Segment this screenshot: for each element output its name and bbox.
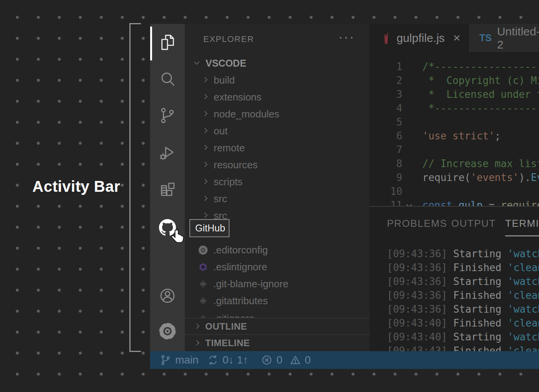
activity-item-explorer[interactable] [150, 25, 185, 60]
typescript-badge-icon: TS [479, 32, 492, 44]
activity-item-source-control[interactable] [150, 98, 185, 133]
tree-item-file[interactable]: .git-blame-ignore [185, 275, 370, 292]
activity-item-search[interactable] [150, 62, 185, 96]
code-line: 9require('events').Eve [370, 171, 539, 184]
sync-icon [207, 354, 219, 366]
tree-item-folder[interactable]: node_modules [185, 106, 370, 122]
fold-chevron-icon[interactable] [407, 202, 412, 206]
warning-count: 0 [305, 354, 311, 366]
chevron-right-icon [194, 323, 199, 329]
active-item-indicator [150, 27, 152, 60]
account-icon [159, 287, 176, 305]
tab-untitled-2[interactable]: TS Untitled-2 [468, 24, 539, 52]
editorconfig-file-icon [198, 245, 208, 255]
code-line: 5 [370, 115, 539, 129]
activity-item-run-debug[interactable] [150, 136, 185, 170]
tree-item-label: build [214, 74, 235, 86]
tree-item-folder[interactable]: resources [185, 156, 370, 173]
code-line: 10 [370, 184, 539, 198]
chevron-right-icon [202, 213, 208, 218]
tree-item-label: node_modules [214, 108, 280, 120]
chevron-right-icon [202, 77, 208, 82]
terminal-line: [09:43:36] Starting 'watch-ext [387, 247, 539, 261]
panel-tab-output[interactable]: OUTPUT [451, 218, 496, 230]
explorer-more-actions[interactable]: ··· [338, 29, 355, 44]
tree-item-label: remote [214, 142, 245, 154]
tree-item-label: .git-blame-ignore [213, 278, 288, 290]
explorer-sidebar: EXPLORER ··· VSCODE build extensions nod… [185, 24, 370, 351]
window-body: EXPLORER ··· VSCODE build extensions nod… [150, 24, 539, 351]
tree-root-label: VSCODE [206, 58, 246, 69]
panel-tab-problems[interactable]: PROBLEMS [387, 218, 447, 230]
pointer-cursor-icon [170, 229, 184, 245]
timeline-section-header[interactable]: TIMELINE [185, 334, 370, 351]
source-control-icon [159, 107, 176, 124]
code-line: 3 * Licensed under th [370, 87, 539, 101]
timeline-label: TIMELINE [205, 338, 250, 348]
tree-item-folder[interactable]: remote [185, 139, 370, 156]
tree-item-file-clipped[interactable]: .gitignore [185, 309, 370, 318]
tab-gulpfile[interactable]: gulpfile.js × [370, 24, 468, 52]
tab-label: gulpfile.js [397, 32, 445, 45]
terminal-line: [09:43:43] Finished 'clean-ext [387, 344, 539, 351]
code-line: 4 *-------------------------------------… [370, 101, 539, 115]
chevron-right-icon [202, 145, 208, 150]
tree-item-label: .gitattributes [213, 295, 268, 307]
terminal-line: [09:43:36] Finished 'clean-ext [387, 261, 539, 275]
tab-close-icon[interactable]: × [453, 31, 460, 45]
tree-item-label: out [214, 125, 228, 137]
outline-section-header[interactable]: OUTLINE [185, 318, 370, 335]
code-line: 7 [370, 143, 539, 157]
status-problems[interactable]: 0 0 [261, 351, 311, 369]
tab-label: Untitled-2 [497, 25, 539, 51]
activity-item-accounts[interactable] [150, 278, 185, 313]
tree-item-file[interactable]: .eslintignore [185, 258, 370, 275]
chevron-right-icon [202, 179, 208, 184]
error-count: 0 [276, 354, 283, 366]
tree-item-label: src [214, 193, 227, 205]
warnings-icon [290, 354, 301, 366]
tree-item-label: resources [214, 159, 258, 171]
errors-icon [261, 354, 273, 366]
editor-tab-bar: gulpfile.js × TS Untitled-2 [370, 24, 539, 52]
canvas: { "annotation": { "label": "Activity Bar… [0, 0, 539, 392]
tree-item-file[interactable]: .gitattributes [185, 292, 370, 309]
chevron-right-icon [194, 340, 199, 345]
git-file-icon [198, 313, 208, 318]
outline-label: OUTLINE [205, 321, 247, 332]
panel-tab-terminal[interactable]: TERMINAL [505, 218, 539, 230]
tree-item-folder[interactable]: scripts [185, 173, 370, 190]
activity-item-manage[interactable] [150, 314, 185, 348]
vscode-window: EXPLORER ··· VSCODE build extensions nod… [150, 24, 539, 369]
chevron-right-icon [202, 111, 208, 116]
editor-group: gulpfile.js × TS Untitled-2 1/*---------… [370, 24, 539, 351]
tree-item-folder[interactable]: out [185, 122, 370, 139]
tree-root-vscode[interactable]: VSCODE [185, 55, 370, 72]
chevron-right-icon [202, 94, 208, 99]
github-tooltip: GitHub [189, 219, 229, 237]
gulp-file-icon [382, 32, 390, 45]
terminal-line: [09:43:36] Finished 'clean-ext [387, 288, 539, 302]
tree-item-folder[interactable]: build [185, 72, 370, 89]
status-sync[interactable]: 0↓ 1↑ [207, 351, 248, 369]
files-icon [159, 34, 176, 51]
code-line: 11const gulp = require( [370, 198, 539, 206]
chevron-right-icon [202, 196, 208, 201]
chevron-right-icon [202, 162, 208, 167]
tree-item-file[interactable]: .editorconfig [185, 241, 370, 258]
code-editor[interactable]: 1/*-------------------------------------… [370, 52, 539, 206]
code-line: 1/*-------------------------------------… [370, 60, 539, 74]
tree-item-folder[interactable]: extensions [185, 89, 370, 106]
code-line: 8// Increase max liste [370, 157, 539, 171]
code-line: 2 * Copyright (c) Mic [370, 74, 539, 87]
tree-item-label: .gitignore [213, 313, 254, 318]
git-file-icon [198, 279, 208, 289]
git-branch-icon [160, 354, 171, 366]
terminal-line: [09:43:36] Starting 'watch-ext [387, 302, 539, 316]
status-branch[interactable]: main [160, 351, 199, 369]
activity-item-extensions[interactable] [150, 172, 185, 207]
explorer-title: EXPLORER [203, 34, 254, 44]
annotation-bracket [129, 23, 141, 352]
tree-item-folder[interactable]: src [185, 190, 370, 207]
chevron-right-icon [202, 128, 208, 133]
